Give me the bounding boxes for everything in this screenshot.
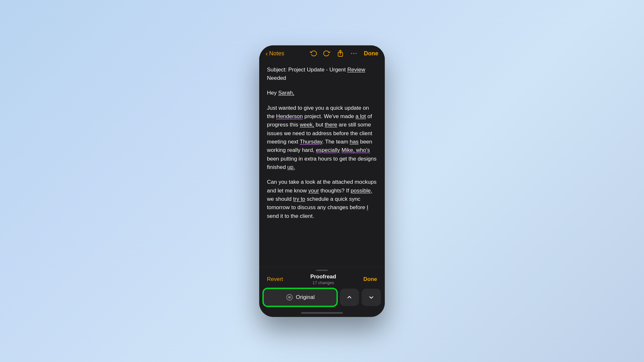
- your-underline: your: [308, 188, 319, 194]
- tryto-underline: try to: [293, 196, 305, 202]
- svg-point-3: [356, 53, 357, 54]
- possible-underline: possible,: [351, 188, 372, 194]
- share-icon[interactable]: [337, 50, 344, 57]
- svg-point-2: [354, 53, 355, 54]
- i-underline: I: [367, 204, 368, 210]
- proofread-panel: Revert Proofread 17 changes Done Origina…: [259, 267, 385, 317]
- svg-point-5: [289, 297, 290, 298]
- proofread-title-group: Proofread 17 changes: [310, 274, 336, 285]
- note-paragraph-2: Can you take a look at the attached mock…: [267, 178, 377, 220]
- up-underline: up.: [287, 164, 295, 170]
- there-underline: there: [325, 122, 337, 128]
- prev-change-button[interactable]: [340, 289, 359, 306]
- notes-nav-label[interactable]: Notes: [269, 50, 284, 57]
- original-icon: [286, 293, 293, 301]
- sarah-underline: Sarah,: [278, 90, 294, 96]
- henderson-underline: Henderson: [276, 113, 303, 119]
- proofread-changes-count: 17 changes: [310, 280, 336, 285]
- handle-pill: [316, 270, 328, 271]
- redo-icon[interactable]: [323, 50, 330, 57]
- more-icon[interactable]: [350, 50, 357, 57]
- alot-underline: a lot: [355, 113, 366, 119]
- note-greeting: Hey Sarah,: [267, 89, 377, 97]
- thursday-underline: Thursday: [300, 139, 322, 145]
- next-change-button[interactable]: [362, 289, 381, 306]
- proofread-header: Revert Proofread 17 changes Done: [259, 272, 385, 288]
- especially-underline: especially: [316, 147, 340, 153]
- nav-icons: Done: [310, 50, 378, 57]
- home-pill: [301, 312, 343, 314]
- nav-left: ‹ Notes: [266, 50, 284, 57]
- review-underline: Review: [347, 67, 365, 73]
- proofread-actions: Original: [259, 288, 385, 310]
- week-underline: week,: [300, 122, 314, 128]
- note-subject: Subject: Project Update - Urgent Review …: [267, 66, 377, 83]
- original-label: Original: [296, 294, 315, 301]
- revert-button[interactable]: Revert: [267, 276, 283, 283]
- note-paragraph-1: Just wanted to give you a quick update o…: [267, 104, 377, 172]
- home-indicator: [259, 310, 385, 317]
- phone-frame: ‹ Notes: [259, 45, 385, 317]
- has-underline: has: [350, 139, 358, 145]
- nav-done-button[interactable]: Done: [364, 50, 378, 57]
- original-button[interactable]: Original: [263, 288, 337, 306]
- proofread-title: Proofread: [310, 274, 336, 280]
- undo-icon[interactable]: [310, 50, 317, 57]
- back-icon[interactable]: ‹: [266, 50, 268, 57]
- mikewhos-underline: Mike, who's: [342, 147, 370, 153]
- nav-bar: ‹ Notes: [259, 45, 385, 60]
- svg-point-1: [351, 53, 352, 54]
- drag-handle: [259, 267, 385, 272]
- proofread-done-button[interactable]: Done: [364, 276, 377, 283]
- note-content-area: Subject: Project Update - Urgent Review …: [259, 60, 385, 267]
